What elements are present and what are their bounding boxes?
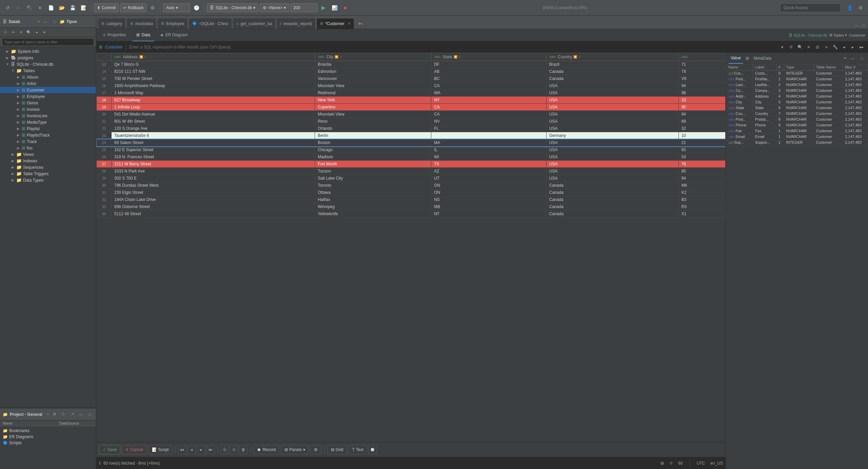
bc-nav-prev-icon[interactable]: ◂ xyxy=(840,43,848,51)
cell-state[interactable]: NY xyxy=(431,97,547,104)
cell-country[interactable]: USA xyxy=(546,89,678,97)
tree-item-invoice[interactable]: ▶ ⊞ Invoice xyxy=(0,106,96,113)
quick-access-input[interactable]: Quick Access xyxy=(780,3,841,12)
cell-city[interactable]: Reno xyxy=(315,118,431,125)
cell-extra[interactable]: 94 xyxy=(678,82,725,89)
cell-extra[interactable]: X1 xyxy=(678,210,725,218)
cell-country[interactable]: Canada xyxy=(546,203,678,210)
cell-state[interactable]: NV xyxy=(431,118,547,125)
cell-country[interactable]: USA xyxy=(546,175,678,182)
cell-state[interactable]: DF xyxy=(431,61,547,68)
cell-state[interactable]: NS xyxy=(431,196,547,203)
cell-city[interactable]: Edmonton xyxy=(315,68,431,75)
cell-city[interactable]: Ottawa xyxy=(315,189,431,196)
vp-min-icon[interactable]: — xyxy=(849,55,856,62)
cell-country[interactable]: USA xyxy=(546,104,678,111)
filter-address-icon[interactable]: 🔽 xyxy=(139,55,143,59)
cell-city[interactable]: Vancouver xyxy=(315,75,431,82)
cell-country[interactable]: USA xyxy=(546,118,678,125)
cell-extra[interactable]: 94 xyxy=(678,111,725,118)
cell-country[interactable]: USA xyxy=(546,111,678,118)
tree-item-table-triggers[interactable]: ▶ 📁 Table Triggers xyxy=(0,170,96,177)
toolbar-disconnect-icon[interactable]: ✕ xyxy=(35,3,45,13)
bc-filter-x-icon[interactable]: ✕ xyxy=(805,43,812,51)
bc-custom-icon[interactable]: 🔧 xyxy=(831,43,839,51)
tree-item-genre[interactable]: ▶ ⊞ Genre xyxy=(0,100,96,106)
cell-extra[interactable]: 85 xyxy=(678,168,725,175)
cell-city[interactable]: Salt Lake City xyxy=(315,175,431,182)
tree-item-indexes[interactable]: ▶ 📁 Indexes xyxy=(0,158,96,164)
proj-item-bookmarks[interactable]: 📁 Bookmarks xyxy=(0,428,96,434)
tab-more[interactable]: ≫₅ xyxy=(355,18,366,29)
cell-city[interactable]: Tucson xyxy=(315,168,431,175)
cell-city[interactable]: Boston xyxy=(315,139,431,146)
cell-extra[interactable]: 95 xyxy=(678,104,725,111)
cell-city[interactable]: Toronto xyxy=(315,182,431,189)
nav-first-button[interactable]: ⏮ xyxy=(178,445,186,454)
cell-city[interactable]: Chicago xyxy=(315,146,431,154)
cell-country[interactable]: USA xyxy=(546,168,678,175)
cell-city[interactable]: Fort Worth xyxy=(315,161,431,168)
filter-icon[interactable]: 🔍 xyxy=(25,29,32,36)
filter-state-icon[interactable]: 🔽 xyxy=(454,55,457,59)
project-add-icon[interactable]: ➕ xyxy=(60,411,67,418)
bc-filter-icon[interactable]: 🔍 xyxy=(796,43,804,51)
cell-country[interactable]: Canada xyxy=(546,68,678,75)
tree-item-sqlite[interactable]: ▼ 🗄 SQLite - Chinook.db xyxy=(0,61,96,67)
cell-address[interactable]: 162 E Superior Street xyxy=(112,146,315,154)
cell-city[interactable]: Madison xyxy=(315,154,431,161)
cell-address[interactable]: Tauentzienstraße 8 xyxy=(112,132,315,139)
cell-city[interactable]: Halifax xyxy=(315,196,431,203)
tree-item-foo[interactable]: ▶ ⊞ foo xyxy=(0,145,96,151)
tree-item-data-types[interactable]: ▶ 📁 Data Types xyxy=(0,177,96,183)
cell-country[interactable]: USA xyxy=(546,97,678,104)
cell-country[interactable]: USA xyxy=(546,154,678,161)
db-panel-min[interactable]: — xyxy=(42,18,49,25)
script-button[interactable]: 📝 Script xyxy=(148,445,173,454)
col-header-extra[interactable]: ABC xyxy=(678,53,725,61)
toolbar-explain-icon[interactable]: 📊 xyxy=(330,3,339,13)
tab-get-customer[interactable]: ≡ get_customer_ba xyxy=(233,18,276,29)
toolbar-new-icon[interactable]: 📄 xyxy=(46,3,56,13)
col-header-country[interactable]: ABC Country 🔽 ? xyxy=(546,53,678,61)
bc-nav-more-icon[interactable]: ▸▸ xyxy=(858,43,865,51)
cell-city[interactable]: Yellowknife xyxy=(315,210,431,218)
filter-country-q[interactable]: ? xyxy=(578,55,580,59)
cell-state[interactable]: CA xyxy=(431,82,547,89)
cell-address[interactable]: 627 Broadway xyxy=(112,97,315,104)
cell-extra[interactable]: 98 xyxy=(678,89,725,97)
panels-button[interactable]: ⊞ Panels ▾ xyxy=(281,445,309,454)
cell-city[interactable]: Mountain View xyxy=(315,82,431,89)
toolbar-user-icon[interactable]: 👤 xyxy=(845,3,854,13)
vp-row[interactable]: ABCFax Fax 1 NVARCHAR Customer 2,147,483 xyxy=(726,128,868,134)
settings-button[interactable]: ⚙ xyxy=(310,445,321,454)
tab-close-customer[interactable]: ✕ xyxy=(348,22,351,25)
cell-extra[interactable]: T6 xyxy=(678,68,725,75)
col-header-address[interactable]: ABC Address 🔽 ? xyxy=(112,53,315,61)
vp-max-icon[interactable]: □ xyxy=(859,55,865,62)
cell-state[interactable]: MB xyxy=(431,203,547,210)
cell-state[interactable]: TX xyxy=(431,161,547,168)
cell-state[interactable]: AZ xyxy=(431,168,547,175)
cell-address[interactable]: 319 N. Frances Street xyxy=(112,154,315,161)
cell-country[interactable]: USA xyxy=(546,82,678,89)
cell-country[interactable]: USA xyxy=(546,146,678,154)
vp-row[interactable]: ABCAddr... Address 4 NVARCHAR Customer 2… xyxy=(726,94,868,99)
cell-extra[interactable]: B3 xyxy=(678,196,725,203)
cell-state[interactable]: UT xyxy=(431,175,547,182)
nav-last-button[interactable]: ⏭ xyxy=(206,445,215,454)
toolbar-save-icon[interactable]: 💾 xyxy=(68,3,77,13)
cell-extra[interactable]: 21 xyxy=(678,139,725,146)
cell-extra[interactable]: 71 xyxy=(678,61,725,68)
cell-city[interactable]: Redmond xyxy=(315,89,431,97)
toolbar-refresh-icon[interactable]: ↺ xyxy=(3,3,12,13)
cell-address[interactable]: 1 Infinite Loop xyxy=(112,104,315,111)
cell-country[interactable]: USA xyxy=(546,161,678,168)
tree-item-invoiceline[interactable]: ▶ ⊞ InvoiceLine xyxy=(0,113,96,119)
project-min-icon[interactable]: — xyxy=(78,411,84,418)
cell-country[interactable]: USA xyxy=(546,139,678,146)
bc-advanced-filter-icon[interactable]: ⊟ xyxy=(814,43,821,51)
tree-item-playlisttrack[interactable]: ▶ ⊞ PlaylistTrack xyxy=(0,132,96,138)
tree-item-system-info[interactable]: ▶ 📁 System Info xyxy=(0,48,96,55)
bc-nav-next-icon[interactable]: ▸ xyxy=(849,43,856,51)
